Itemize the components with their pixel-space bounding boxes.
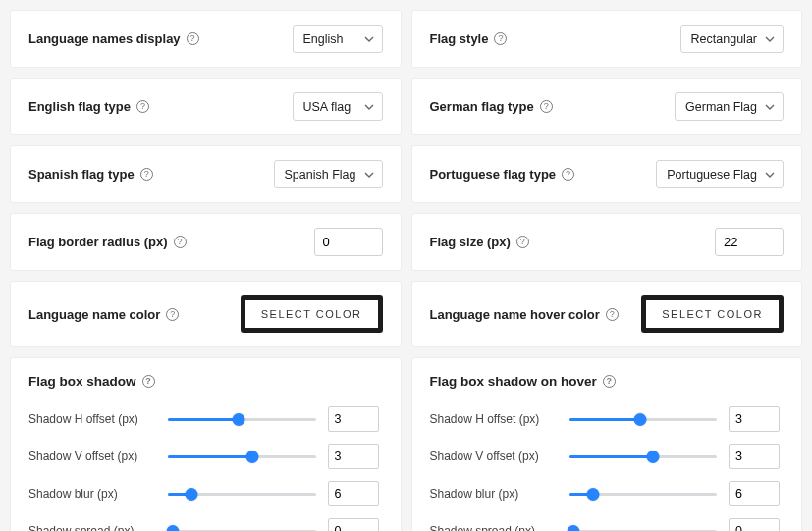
shadow-v-offset-row: Shadow V offset (px) <box>430 444 785 469</box>
flag-box-shadow-hover-card: Flag box shadow on hover ? Shadow H offs… <box>411 357 803 531</box>
setting-language-name-color: Language name color ? SELECT COLOR <box>10 281 402 347</box>
chevron-down-icon <box>364 172 374 178</box>
setting-german-flag-type: German flag type ? German Flag <box>411 78 803 135</box>
setting-english-flag-type: English flag type ? USA flag <box>10 78 402 135</box>
select-value: English <box>303 32 344 46</box>
help-icon[interactable]: ? <box>606 308 619 321</box>
help-icon[interactable]: ? <box>603 375 616 388</box>
settings-grid: Language names display ? English Flag st… <box>10 10 802 531</box>
language-name-hover-color-button[interactable]: SELECT COLOR <box>641 295 784 333</box>
setting-language-name-hover-color: Language name hover color ? SELECT COLOR <box>411 281 803 347</box>
english-flag-type-select[interactable]: USA flag <box>293 92 383 121</box>
label: Shadow H offset (px) <box>28 412 156 426</box>
setting-spanish-flag-type: Spanish flag type ? Spanish Flag <box>10 145 402 203</box>
help-icon[interactable]: ? <box>136 100 149 113</box>
setting-portuguese-flag-type: Portuguese flag type ? Portuguese Flag <box>411 145 803 203</box>
label: Shadow V offset (px) <box>28 450 156 463</box>
shadow-spread-slider[interactable] <box>569 524 718 531</box>
shadow-spread-row: Shadow spread (px) <box>430 518 785 531</box>
help-icon[interactable]: ? <box>187 32 199 45</box>
label: Shadow blur (px) <box>430 487 558 501</box>
select-value: Portuguese Flag <box>667 168 757 182</box>
shadow-blur-slider[interactable] <box>168 487 316 501</box>
label: Shadow spread (px) <box>28 524 156 531</box>
shadow-h-offset-row: Shadow H offset (px) <box>430 406 785 432</box>
help-icon[interactable]: ? <box>562 168 574 181</box>
label: Shadow spread (px) <box>430 524 558 531</box>
chevron-down-icon <box>364 36 374 42</box>
help-icon[interactable]: ? <box>174 236 187 248</box>
label: Portuguese flag type <box>430 167 557 182</box>
setting-flag-size: Flag size (px) ? <box>411 213 803 271</box>
card-title: Flag box shadow on hover <box>430 374 597 389</box>
spanish-flag-type-select[interactable]: Spanish Flag <box>274 160 383 188</box>
label: Shadow H offset (px) <box>430 412 558 426</box>
select-value: Spanish Flag <box>285 168 356 182</box>
shadow-h-offset-input[interactable] <box>729 406 780 432</box>
label: Language name hover color <box>430 307 600 322</box>
select-value: German Flag <box>685 100 757 114</box>
shadow-h-offset-row: Shadow H offset (px) <box>28 406 383 432</box>
german-flag-type-select[interactable]: German Flag <box>675 92 784 121</box>
chevron-down-icon <box>364 104 374 110</box>
label: Flag style <box>430 31 489 46</box>
shadow-spread-row: Shadow spread (px) <box>28 518 383 531</box>
label: Language names display <box>28 31 181 46</box>
chevron-down-icon <box>765 172 775 178</box>
chevron-down-icon <box>765 36 775 42</box>
label: Shadow V offset (px) <box>430 450 558 463</box>
shadow-spread-input[interactable] <box>328 518 379 531</box>
shadow-blur-input[interactable] <box>729 481 780 506</box>
help-icon[interactable]: ? <box>540 100 553 113</box>
label: Spanish flag type <box>28 167 135 182</box>
shadow-blur-row: Shadow blur (px) <box>28 481 383 506</box>
flag-box-shadow-card: Flag box shadow ? Shadow H offset (px) S… <box>10 357 402 531</box>
flag-border-radius-input[interactable] <box>314 228 383 256</box>
label: Flag border radius (px) <box>28 235 168 249</box>
shadow-v-offset-slider[interactable] <box>569 450 718 463</box>
label: Language name color <box>28 307 160 322</box>
label: English flag type <box>28 99 131 114</box>
help-icon[interactable]: ? <box>494 32 507 45</box>
help-icon[interactable]: ? <box>142 375 155 388</box>
shadow-h-offset-input[interactable] <box>328 406 379 432</box>
shadow-spread-slider[interactable] <box>168 524 316 531</box>
label: Shadow blur (px) <box>28 487 156 501</box>
label: German flag type <box>430 99 534 114</box>
language-name-color-button[interactable]: SELECT COLOR <box>241 295 383 333</box>
shadow-blur-row: Shadow blur (px) <box>430 481 785 506</box>
shadow-h-offset-slider[interactable] <box>168 412 316 426</box>
flag-size-input[interactable] <box>715 228 784 256</box>
card-title: Flag box shadow <box>28 374 136 389</box>
help-icon[interactable]: ? <box>140 168 153 181</box>
shadow-spread-input[interactable] <box>729 518 780 531</box>
shadow-v-offset-input[interactable] <box>328 444 379 469</box>
shadow-v-offset-input[interactable] <box>729 444 780 469</box>
select-value: USA flag <box>303 100 352 114</box>
setting-language-names-display: Language names display ? English <box>10 10 402 68</box>
shadow-v-offset-row: Shadow V offset (px) <box>28 444 383 469</box>
shadow-blur-input[interactable] <box>328 481 379 506</box>
flag-style-select[interactable]: Rectangular <box>680 25 784 53</box>
help-icon[interactable]: ? <box>166 308 179 321</box>
setting-flag-style: Flag style ? Rectangular <box>411 10 803 68</box>
portuguese-flag-type-select[interactable]: Portuguese Flag <box>656 160 784 188</box>
select-value: Rectangular <box>691 32 757 46</box>
help-icon[interactable]: ? <box>516 236 529 248</box>
shadow-blur-slider[interactable] <box>569 487 718 501</box>
language-names-display-select[interactable]: English <box>293 25 383 53</box>
shadow-v-offset-slider[interactable] <box>168 450 316 463</box>
label: Flag size (px) <box>430 235 511 249</box>
chevron-down-icon <box>765 104 775 110</box>
setting-flag-border-radius: Flag border radius (px) ? <box>10 213 402 271</box>
shadow-h-offset-slider[interactable] <box>569 412 718 426</box>
